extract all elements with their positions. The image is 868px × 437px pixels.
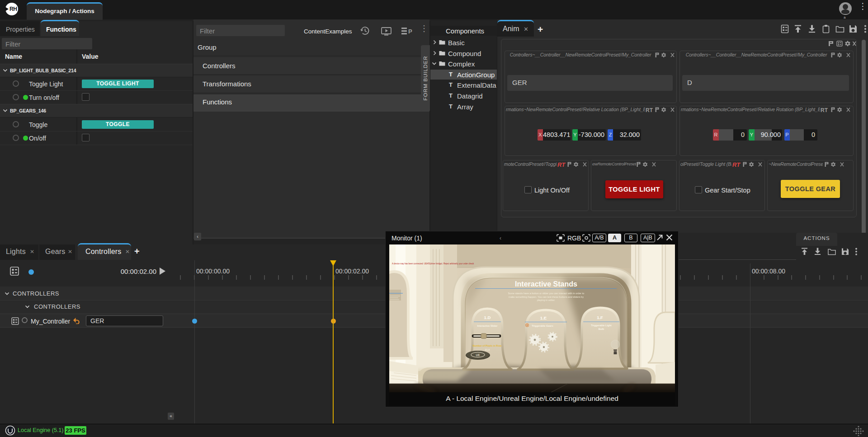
svg-text:Triggerable Gears: Triggerable Gears — [532, 324, 553, 327]
svg-text:Interactive Stands: Interactive Stands — [515, 280, 577, 288]
svg-text:A device may has been connecte: A device may has been connected: UE4/5(d… — [392, 263, 474, 265]
svg-text:31.0: 31.0 — [485, 348, 490, 351]
svg-text:1.E: 1.E — [540, 315, 547, 320]
svg-text:Some stands have a button or s: Some stands have a button or slider you … — [508, 292, 585, 295]
svg-text:Bulb: Bulb — [599, 328, 604, 330]
svg-text:playing in editor.: playing in editor. — [537, 299, 556, 301]
svg-text:Number of Pixels in Row:: Number of Pixels in Row: — [473, 344, 502, 347]
svg-text:Triggerable Light: Triggerable Light — [591, 324, 612, 327]
svg-text:make something happen. You can: make something happen. You can test thes… — [509, 296, 584, 298]
svg-text:1.F: 1.F — [597, 315, 603, 320]
svg-text:UE: UE — [476, 353, 480, 357]
svg-text:Interactive Slider: Interactive Slider — [477, 324, 498, 327]
svg-text:1.D: 1.D — [484, 315, 491, 320]
svg-text:P: P — [408, 28, 412, 35]
